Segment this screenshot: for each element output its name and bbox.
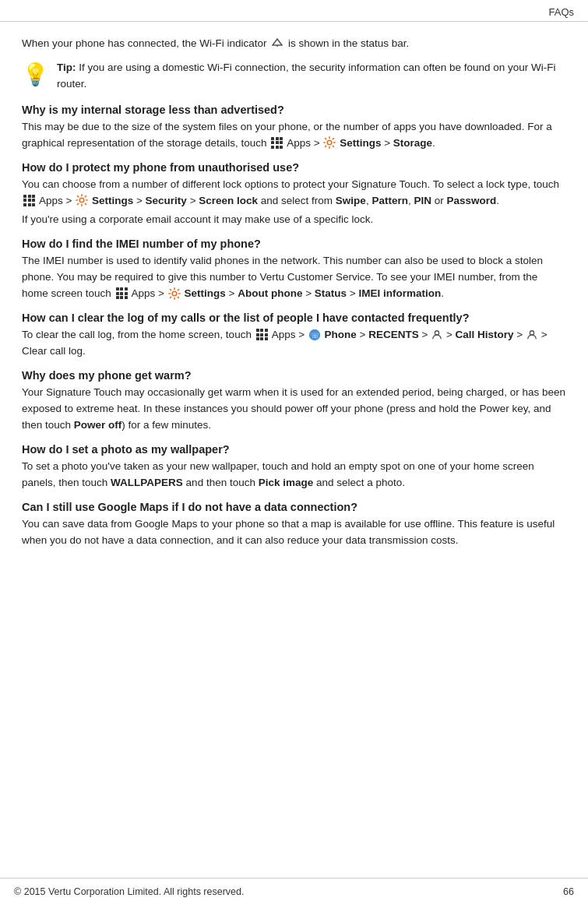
section-maps-body: You can save data from Google Maps to yo… bbox=[22, 516, 566, 549]
section-wallpaper-heading: How do I set a photo as my wallpaper? bbox=[22, 443, 566, 456]
section-calllog: How can I clear the log of my calls or t… bbox=[22, 312, 566, 360]
settings-icon-1 bbox=[323, 136, 336, 149]
section-imei-heading: How do I find the IMEI number of my phon… bbox=[22, 238, 566, 250]
svg-point-7 bbox=[435, 330, 439, 334]
settings-icon-3 bbox=[168, 287, 181, 300]
apps-icon-2 bbox=[23, 195, 35, 206]
section-calllog-heading: How can I clear the log of my calls or t… bbox=[22, 312, 566, 324]
section-wallpaper-body: To set a photo you've taken as your new … bbox=[22, 459, 566, 491]
apps-icon-1 bbox=[271, 137, 283, 149]
tip-block: 💡 Tip: If you are using a domestic Wi-Fi… bbox=[22, 60, 566, 93]
tip-icon: 💡 bbox=[22, 62, 49, 87]
tip-text: Tip: If you are using a domestic Wi-Fi c… bbox=[57, 60, 566, 93]
page-title: FAQs bbox=[548, 6, 574, 18]
section-maps: Can I still use Google Maps if I do not … bbox=[22, 501, 566, 549]
footer-page-number: 66 bbox=[563, 886, 574, 897]
svg-marker-0 bbox=[273, 39, 282, 45]
section-warm-heading: Why does my phone get warm? bbox=[22, 369, 566, 382]
apps-icon-4 bbox=[256, 329, 268, 340]
contacts-icon-2 bbox=[526, 329, 537, 340]
section-wallpaper: How do I set a photo as my wallpaper? To… bbox=[22, 443, 566, 491]
svg-point-4 bbox=[172, 291, 177, 296]
section-protect-heading: How do I protect my phone from unauthori… bbox=[22, 161, 566, 174]
apps-icon-3 bbox=[116, 287, 128, 299]
page-header: FAQs bbox=[0, 0, 588, 22]
footer-copyright: © 2015 Vertu Corporation Limited. All ri… bbox=[14, 886, 244, 897]
section-imei: How do I find the IMEI number of my phon… bbox=[22, 238, 566, 302]
page-footer: © 2015 Vertu Corporation Limited. All ri… bbox=[0, 878, 588, 905]
section-protect-body: You can choose from a number of differen… bbox=[22, 177, 566, 210]
settings-icon-2 bbox=[76, 194, 88, 206]
wifi-intro-paragraph: When your phone has connected, the Wi-Fi… bbox=[22, 36, 566, 52]
section-calllog-body: To clear the call log, from the home scr… bbox=[22, 327, 566, 360]
section-storage-heading: Why is my internal storage less than adv… bbox=[22, 104, 566, 116]
section-protect-extra: If you're using a corporate email accoun… bbox=[22, 212, 566, 228]
svg-text:☏: ☏ bbox=[310, 331, 319, 339]
section-protect: How do I protect my phone from unauthori… bbox=[22, 161, 566, 229]
svg-point-2 bbox=[328, 140, 333, 145]
section-maps-heading: Can I still use Google Maps if I do not … bbox=[22, 501, 566, 513]
svg-point-8 bbox=[530, 330, 533, 334]
phone-icon: ☏ bbox=[308, 329, 321, 341]
wifi-indicator-icon bbox=[272, 36, 283, 52]
section-imei-body: The IMEI number is used to identify vali… bbox=[22, 253, 566, 302]
section-warm-body: Your Signature Touch may occasionally ge… bbox=[22, 385, 566, 434]
contacts-icon-1 bbox=[431, 329, 442, 340]
svg-point-3 bbox=[79, 198, 84, 202]
section-warm: Why does my phone get warm? Your Signatu… bbox=[22, 369, 566, 434]
section-storage-body: This may be due to the size of the syste… bbox=[22, 119, 566, 152]
section-storage: Why is my internal storage less than adv… bbox=[22, 104, 566, 152]
